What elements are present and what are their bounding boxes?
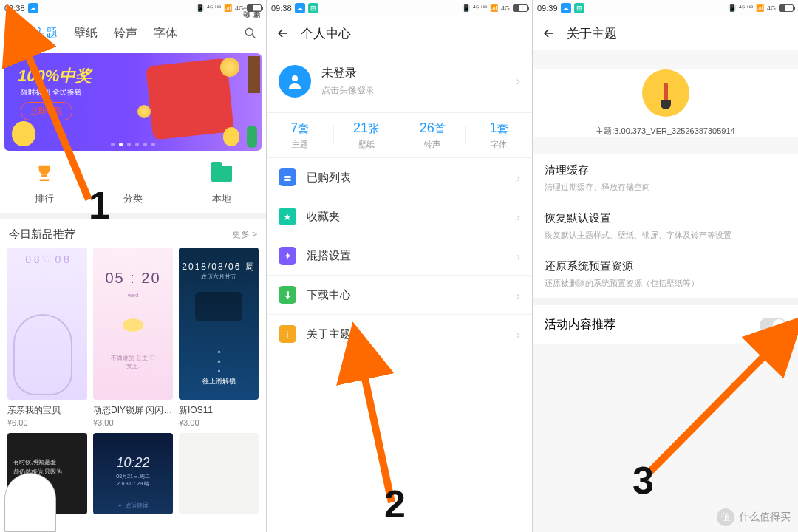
net-label: 4G <box>501 4 510 12</box>
screen-theme-store: 09:38☁ 📳⁴ᴳ ᴴᴰ📶4G 主题 壁纸 铃声 字体 100%中奖 限时福利… <box>0 0 266 532</box>
title-bar: 个人中心 <box>267 16 532 50</box>
profile-icon[interactable] <box>7 25 24 41</box>
signal-icon: 📶 <box>756 4 764 12</box>
carousel-dots[interactable] <box>111 143 155 146</box>
tab-font[interactable]: 字体 <box>148 26 183 41</box>
profile-sub: 点击头像登录 <box>321 84 375 97</box>
search-icon[interactable] <box>242 25 259 41</box>
toggle-label: 活动内容推荐 <box>545 317 615 332</box>
chevron-right-icon: › <box>516 211 520 223</box>
stat-font[interactable]: 1套字体 <box>466 120 532 150</box>
theme-name: 动态DIY锁屏 闪闪… <box>93 404 173 417</box>
banner-sub: 限时福利 全民换铃 <box>21 87 82 98</box>
theme-card[interactable]: 2018/08/06 周一农历六月甘五＾＾＾往上滑解锁 新IOS11 ¥3.00 <box>179 248 259 427</box>
category-row: 排行 分类 本地 <box>0 151 266 213</box>
menu-label: 关于主题 <box>307 327 351 341</box>
info-icon: i <box>279 325 296 343</box>
setting-clear-cache[interactable]: 清理缓存 清理过期缓存、释放存储空间 <box>533 154 798 202</box>
section-title: 今日新品推荐 <box>9 228 75 242</box>
menu-download[interactable]: ⬇下载中心› <box>267 275 532 314</box>
tab-wallpaper[interactable]: 壁纸 <box>68 26 103 41</box>
setting-desc: 恢复默认主题样式、壁纸、锁屏、字体及铃声等设置 <box>545 230 786 241</box>
cat-local[interactable]: 本地 <box>177 161 266 205</box>
section-header: 今日新品推荐 更多 > <box>0 219 266 248</box>
chevron-right-icon: › <box>516 328 520 341</box>
tab-ringtone[interactable]: 铃声 <box>108 26 143 41</box>
banner-cta[interactable]: 立即领取 <box>21 102 72 120</box>
vibrate-icon: 📳 <box>728 4 736 12</box>
signal-icon: 📶 <box>490 4 498 12</box>
net-label: 4G <box>767 4 776 12</box>
vibrate-icon: 📳 <box>196 4 204 12</box>
status-bar: 09:39☁⊞ 📳⁴ᴳ ᴴᴰ📶4G <box>533 0 798 16</box>
svg-point-1 <box>245 28 253 35</box>
weather-icon: ☁ <box>295 3 305 13</box>
chevron-right-icon: › <box>516 289 520 301</box>
theme-grid: 0 8 ♡ 0 8 亲亲我的宝贝 ¥6.00 05 : 20wed不做谁的 公主… <box>0 248 266 427</box>
app-icon <box>642 69 689 117</box>
back-icon[interactable] <box>542 26 556 41</box>
cat-category-label: 分类 <box>123 193 143 204</box>
setting-restore-default[interactable]: 恢复默认设置 恢复默认主题样式、壁纸、锁屏、字体及铃声等设置 <box>533 202 798 250</box>
setting-desc: 清理过期缓存、释放存储空间 <box>545 182 786 193</box>
theme-price: ¥3.00 <box>93 418 173 427</box>
menu-mix[interactable]: ✦混搭设置› <box>267 236 532 275</box>
menu-label: 收藏夹 <box>307 210 340 224</box>
lock-time: 10:22 <box>93 455 173 471</box>
page-title: 关于主题 <box>567 25 617 42</box>
menu-about[interactable]: i关于主题› <box>267 314 532 353</box>
avatar-icon <box>279 65 311 98</box>
list-icon: ≣ <box>279 168 296 186</box>
status-bar: 09:38☁ 📳⁴ᴳ ᴴᴰ📶4G <box>0 0 266 16</box>
screen-about-theme: 09:39☁⊞ 📳⁴ᴳ ᴴᴰ📶4G 关于主题 主题:3.00.373_VER_3… <box>532 0 798 532</box>
svg-point-0 <box>13 28 18 33</box>
star-icon: ★ <box>279 208 296 225</box>
promo-banner[interactable]: 100%中奖 限时福利 全民换铃 立即领取 <box>4 53 262 151</box>
theme-name: 亲亲我的宝贝 <box>7 404 87 417</box>
battery-icon <box>779 4 794 12</box>
setting-desc: 还原被删除的系统预置资源（包括壁纸等） <box>545 278 786 289</box>
stat-theme[interactable]: 7套主题 <box>267 120 333 150</box>
menu-label: 混搭设置 <box>307 249 351 263</box>
theme-clock: 05 : 20 <box>93 270 173 287</box>
watermark-icon: 值 <box>717 508 734 526</box>
profile-row[interactable]: 未登录 点击头像登录 › <box>267 50 532 112</box>
screen-personal-center: 09:38☁⊞ 📳⁴ᴳ ᴴᴰ📶4G 个人中心 未登录 点击头像登录 › 7套主题… <box>266 0 532 532</box>
status-time: 09:38 <box>271 4 292 13</box>
section-more[interactable]: 更多 > <box>232 228 257 241</box>
theme-card[interactable]: 新主页每一秒 <box>179 433 259 514</box>
mix-icon: ✦ <box>279 247 296 265</box>
theme-card[interactable]: 10:2208月21日.周二2018.07.29 晴✦ 成语锁屏 <box>93 433 173 514</box>
watermark-text: 什么值得买 <box>739 511 791 524</box>
battery-icon <box>247 4 262 12</box>
top-nav: 主题 壁纸 铃声 字体 <box>0 16 266 50</box>
tab-theme[interactable]: 主题 <box>28 26 64 41</box>
title-bar: 关于主题 <box>533 16 798 50</box>
brush-icon <box>664 83 668 103</box>
setting-activity-recommend[interactable]: 活动内容推荐 <box>533 305 798 344</box>
setting-restore-resources[interactable]: 还原系统预置资源 还原被删除的系统预置资源（包括壁纸等） <box>533 250 798 298</box>
cat-local-label: 本地 <box>212 193 231 204</box>
menu-label: 已购列表 <box>307 171 351 185</box>
battery-icon <box>513 4 528 12</box>
toggle-switch[interactable] <box>760 318 786 332</box>
menu-label: 下载中心 <box>307 288 351 302</box>
theme-card[interactable]: 0 8 ♡ 0 8 亲亲我的宝贝 ¥6.00 <box>7 248 87 427</box>
theme-price: ¥3.00 <box>179 418 259 427</box>
scan-icon: ⊞ <box>308 3 318 13</box>
scan-icon: ⊞ <box>574 3 584 13</box>
theme-card[interactable]: 05 : 20wed不做谁的 公主 ♡女王. 动态DIY锁屏 闪闪… ¥3.00 <box>93 248 173 427</box>
menu-purchased[interactable]: ≣已购列表› <box>267 158 532 197</box>
stat-wallpaper[interactable]: 21张壁纸 <box>333 120 400 150</box>
chevron-right-icon: › <box>516 75 520 88</box>
cat-category[interactable]: 分类 <box>89 161 177 205</box>
status-time: 09:38 <box>4 4 25 13</box>
cat-rank[interactable]: 排行 <box>0 161 89 205</box>
cat-rank-label: 排行 <box>35 193 54 204</box>
back-icon[interactable] <box>276 26 290 41</box>
stat-ringtone[interactable]: 26首铃声 <box>400 120 466 150</box>
svg-point-2 <box>292 75 298 81</box>
menu-favorites[interactable]: ★收藏夹› <box>267 197 532 236</box>
weather-icon: ☁ <box>561 3 571 13</box>
chevron-right-icon: › <box>516 250 520 262</box>
